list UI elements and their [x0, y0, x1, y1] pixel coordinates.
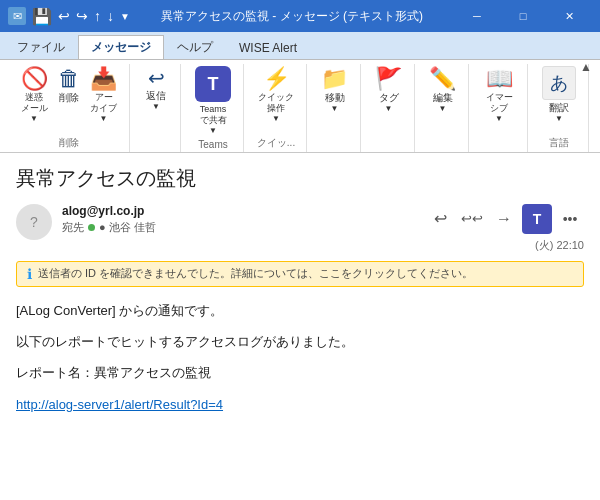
body-line-4: http://alog-server1/alert/Result?Id=4: [16, 393, 584, 416]
ribbon-group-delete: 🚫 迷惑メール ▼ 🗑 削除 📥 アーカイブ ▼ 削除: [8, 64, 130, 152]
ribbon-collapse-btn[interactable]: ▲: [580, 60, 592, 74]
reply-action-btn[interactable]: ↩: [426, 205, 454, 233]
tags-label: タグ: [379, 92, 399, 104]
teams-share-label: Teamsで共有: [200, 104, 227, 126]
teams-share-button[interactable]: T Teamsで共有 ▼: [191, 64, 235, 137]
delete-icon: 🗑: [58, 66, 80, 92]
junk-button[interactable]: 🚫 迷惑メール ▼: [16, 64, 52, 125]
report-link[interactable]: http://alog-server1/alert/Result?Id=4: [16, 397, 223, 412]
online-indicator: [88, 224, 95, 231]
body-line-2: 以下のレポートでヒットするアクセスログがありました。: [16, 330, 584, 353]
reply-icon: ↩: [148, 66, 165, 90]
edit-icon: ✏️: [429, 66, 456, 92]
tags-group-items: 🚩 タグ ▼: [371, 64, 406, 148]
minimize-button[interactable]: ─: [454, 0, 500, 32]
move-button[interactable]: 📁 移動 ▼: [317, 64, 352, 115]
ribbon-group-immersive: 📖 イマーシブ ▼: [471, 64, 528, 152]
sender-avatar: ?: [16, 204, 52, 240]
tab-wisealert[interactable]: WISE Alert: [226, 35, 310, 59]
reply-label: 返信: [146, 90, 166, 102]
email-time: (火) 22:10: [535, 238, 584, 253]
ribbon: 🚫 迷惑メール ▼ 🗑 削除 📥 アーカイブ ▼ 削除: [0, 60, 600, 153]
junk-icon: 🚫: [21, 66, 48, 92]
sender-area: ? alog@yrl.co.jp 宛先 ● 池谷 佳哲: [16, 204, 156, 240]
quick-icon: ⚡: [263, 66, 290, 92]
tags-arrow: ▼: [385, 104, 393, 113]
reply-button[interactable]: ↩ 返信 ▼: [140, 64, 172, 113]
archive-button[interactable]: 📥 アーカイブ ▼: [86, 64, 121, 125]
teams-arrow: ▼: [209, 126, 217, 135]
tags-button[interactable]: 🚩 タグ ▼: [371, 64, 406, 115]
forward-action-btn[interactable]: →: [490, 205, 518, 233]
delete-button[interactable]: 🗑 削除: [54, 64, 84, 106]
immersive-label: イマーシブ: [486, 92, 513, 114]
junk-label: 迷惑メール: [21, 92, 48, 114]
edit-group-items: ✏️ 編集 ▼: [425, 64, 460, 148]
email-body: [ALog ConVerter] からの通知です。 以下のレポートでヒットするア…: [16, 299, 584, 417]
quick-ops-button[interactable]: ⚡ クイック操作 ▼: [254, 64, 298, 125]
email-area: 異常アクセスの監視 ? alog@yrl.co.jp 宛先 ● 池谷 佳哲 ↩ …: [0, 153, 600, 500]
reply-all-action-btn[interactable]: ↩↩: [458, 205, 486, 233]
email-subject: 異常アクセスの監視: [16, 165, 584, 192]
up-qt-btn[interactable]: ↑: [94, 8, 101, 24]
respond-group-items: ↩ 返信 ▼: [140, 64, 172, 148]
translate-arrow: ▼: [555, 114, 563, 123]
title-bar-left: ✉ 💾 ↩ ↪ ↑ ↓ ▼: [8, 7, 130, 26]
warning-text: 送信者の ID を確認できませんでした。詳細については、ここをクリックしてくださ…: [38, 266, 473, 281]
teams-group-label: Teams: [198, 139, 227, 150]
down-qt-btn[interactable]: ↓: [107, 8, 114, 24]
archive-label: アーカイブ: [90, 92, 117, 114]
ribbon-group-respond: ↩ 返信 ▼: [132, 64, 181, 152]
archive-icon: 📥: [90, 66, 117, 92]
teams-action-btn[interactable]: T: [522, 204, 552, 234]
edit-arrow: ▼: [439, 104, 447, 113]
email-actions: ↩ ↩↩ → T •••: [426, 204, 584, 234]
ribbon-group-tags: 🚩 タグ ▼: [363, 64, 415, 152]
to-name: ● 池谷 佳哲: [99, 220, 156, 235]
move-group-items: 📁 移動 ▼: [317, 64, 352, 148]
ribbon-group-teams: T Teamsで共有 ▼ Teams: [183, 64, 244, 152]
restore-button[interactable]: □: [500, 0, 546, 32]
info-icon: ℹ: [27, 266, 32, 282]
reply-arrow: ▼: [152, 102, 160, 111]
tab-message[interactable]: メッセージ: [78, 35, 164, 59]
undo-qt-btn[interactable]: ↩: [58, 8, 70, 24]
edit-button[interactable]: ✏️ 編集 ▼: [425, 64, 460, 115]
junk-arrow: ▼: [30, 114, 38, 123]
redo-qt-btn[interactable]: ↪: [76, 8, 88, 24]
move-arrow: ▼: [331, 104, 339, 113]
sender-email: alog@yrl.co.jp: [62, 204, 156, 218]
delete-group-label: 削除: [59, 136, 79, 150]
more-actions-btn[interactable]: •••: [556, 205, 584, 233]
arrow-qt-btn[interactable]: ▼: [120, 11, 130, 22]
delete-group-items: 🚫 迷惑メール ▼ 🗑 削除 📥 アーカイブ ▼: [16, 64, 121, 134]
ribbon-group-edit: ✏️ 編集 ▼: [417, 64, 469, 152]
title-bar: ✉ 💾 ↩ ↪ ↑ ↓ ▼ 異常アクセスの監視 - メッセージ (テキスト形式)…: [0, 0, 600, 32]
quick-label: クイック操作: [258, 92, 294, 114]
tab-help[interactable]: ヘルプ: [164, 35, 226, 59]
body-line-3: レポート名：異常アクセスの監視: [16, 361, 584, 384]
tags-icon: 🚩: [375, 66, 402, 92]
ribbon-groups: 🚫 迷惑メール ▼ 🗑 削除 📥 アーカイブ ▼ 削除: [8, 64, 592, 152]
tab-file[interactable]: ファイル: [4, 35, 78, 59]
to-label: 宛先: [62, 220, 84, 235]
app-icon: ✉: [8, 7, 26, 25]
window-controls: ─ □ ✕: [454, 0, 592, 32]
language-group-label: 言語: [549, 136, 569, 150]
immersive-button[interactable]: 📖 イマーシブ ▼: [479, 64, 519, 125]
teams-group-items: T Teamsで共有 ▼: [191, 64, 235, 137]
main-content: 異常アクセスの監視 ? alog@yrl.co.jp 宛先 ● 池谷 佳哲 ↩ …: [0, 153, 600, 500]
quick-group-label: クイッ...: [257, 136, 295, 150]
teams-icon: T: [195, 66, 231, 102]
translate-label: 翻訳: [549, 102, 569, 114]
close-button[interactable]: ✕: [546, 0, 592, 32]
quick-access-toolbar: 💾 ↩ ↪ ↑ ↓ ▼: [32, 7, 130, 26]
immersive-arrow: ▼: [495, 114, 503, 123]
save-qt-btn[interactable]: 💾: [32, 7, 52, 26]
ribbon-group-move: 📁 移動 ▼: [309, 64, 361, 152]
delete-label: 削除: [59, 92, 79, 104]
email-header-right: ↩ ↩↩ → T ••• (火) 22:10: [426, 204, 584, 253]
ribbon-group-zoom: 🔍 ズーム ズーム: [591, 64, 600, 152]
warning-bar[interactable]: ℹ 送信者の ID を確認できませんでした。詳細については、ここをクリックしてく…: [16, 261, 584, 287]
translate-button[interactable]: あ 翻訳 ▼: [538, 64, 580, 125]
